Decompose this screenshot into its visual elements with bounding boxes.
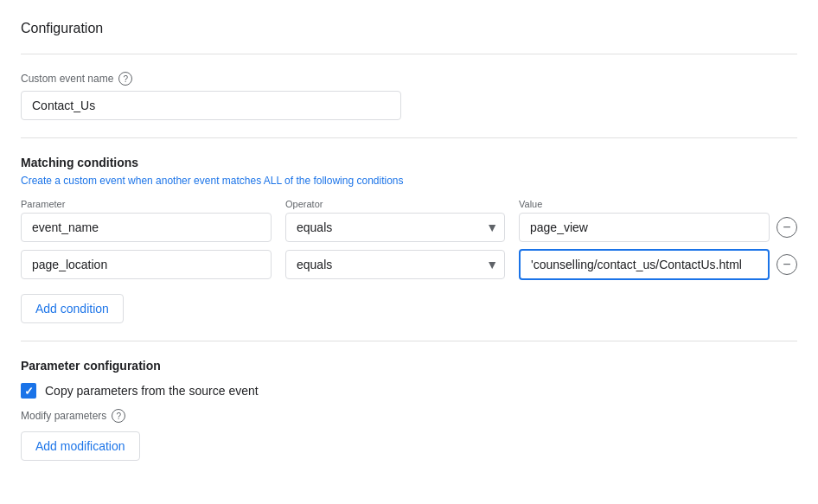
modify-params-help-icon[interactable]: ? bbox=[112, 409, 125, 423]
parameter-configuration-title: Parameter configuration bbox=[21, 359, 797, 373]
custom-event-name-input[interactable] bbox=[21, 91, 401, 120]
parameter-configuration-section: Parameter configuration ✓ Copy parameter… bbox=[21, 359, 797, 461]
condition-row-1: equals contains starts with ends with ma… bbox=[21, 213, 797, 242]
divider-3 bbox=[21, 341, 797, 341]
condition-1-operator-select-wrapper: equals contains starts with ends with ma… bbox=[285, 213, 505, 242]
condition-1-value-wrapper bbox=[505, 213, 770, 242]
custom-event-name-section: Custom event name ? bbox=[21, 72, 797, 120]
condition-1-parameter-input[interactable] bbox=[21, 213, 272, 242]
add-modification-button[interactable]: Add modification bbox=[21, 431, 140, 461]
matching-conditions-title: Matching conditions bbox=[21, 156, 797, 169]
conditions-description: Create a custom event when another event… bbox=[21, 175, 797, 187]
condition-2-parameter-wrapper bbox=[21, 250, 272, 279]
condition-1-parameter-wrapper bbox=[21, 213, 272, 242]
condition-2-remove-button[interactable]: − bbox=[776, 254, 797, 275]
custom-event-name-label: Custom event name ? bbox=[21, 72, 797, 86]
divider-1 bbox=[21, 54, 797, 54]
condition-2-parameter-input[interactable] bbox=[21, 250, 272, 279]
condition-1-remove-button[interactable]: − bbox=[776, 217, 797, 238]
value-col-header: Value bbox=[505, 199, 797, 209]
checkbox-check-icon: ✓ bbox=[24, 385, 34, 398]
condition-2-remove-wrapper: − bbox=[776, 254, 797, 275]
custom-event-name-input-wrapper bbox=[21, 91, 401, 120]
copy-params-checkbox[interactable]: ✓ bbox=[21, 383, 36, 399]
condition-1-operator-select[interactable]: equals contains starts with ends with ma… bbox=[285, 213, 505, 242]
condition-2-remove-icon: − bbox=[783, 258, 790, 271]
condition-1-operator-wrapper: equals contains starts with ends with ma… bbox=[272, 213, 505, 242]
condition-1-remove-wrapper: − bbox=[776, 217, 797, 238]
divider-2 bbox=[21, 137, 797, 138]
modify-params-label-row: Modify parameters ? bbox=[21, 409, 797, 423]
matching-conditions-section: Matching conditions Create a custom even… bbox=[21, 156, 797, 323]
condition-2-value-input[interactable] bbox=[519, 249, 770, 280]
condition-2-operator-select[interactable]: equals contains starts with ends with ma… bbox=[285, 250, 505, 279]
custom-event-name-help-icon[interactable]: ? bbox=[118, 72, 132, 86]
condition-row-2: equals contains starts with ends with ma… bbox=[21, 249, 797, 280]
condition-2-value-wrapper bbox=[505, 249, 770, 280]
page-title: Configuration bbox=[21, 21, 797, 36]
conditions-headers-row: Parameter Operator Value bbox=[21, 199, 797, 209]
condition-2-operator-wrapper: equals contains starts with ends with ma… bbox=[272, 250, 505, 279]
add-condition-button[interactable]: Add condition bbox=[21, 294, 124, 323]
condition-2-operator-select-wrapper: equals contains starts with ends with ma… bbox=[285, 250, 505, 279]
copy-params-label: Copy parameters from the source event bbox=[45, 384, 259, 398]
condition-1-value-input[interactable] bbox=[519, 213, 770, 242]
condition-1-remove-icon: − bbox=[783, 220, 790, 234]
operator-col-header: Operator bbox=[272, 199, 505, 209]
copy-params-row: ✓ Copy parameters from the source event bbox=[21, 383, 797, 399]
parameter-col-header: Parameter bbox=[21, 199, 272, 209]
